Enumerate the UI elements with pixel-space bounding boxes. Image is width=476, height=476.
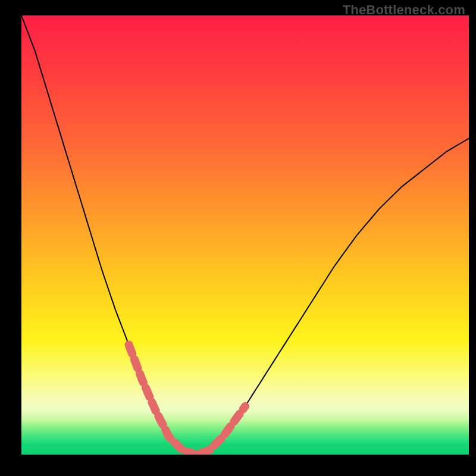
- chart-figure: TheBottleneck.com: [0, 0, 476, 476]
- watermark-text: TheBottleneck.com: [343, 2, 465, 18]
- bottleneck-curve: [21, 15, 469, 455]
- curve-highlight-beads: [129, 345, 246, 455]
- plot-area: [21, 15, 469, 455]
- curve-layer: [21, 15, 469, 455]
